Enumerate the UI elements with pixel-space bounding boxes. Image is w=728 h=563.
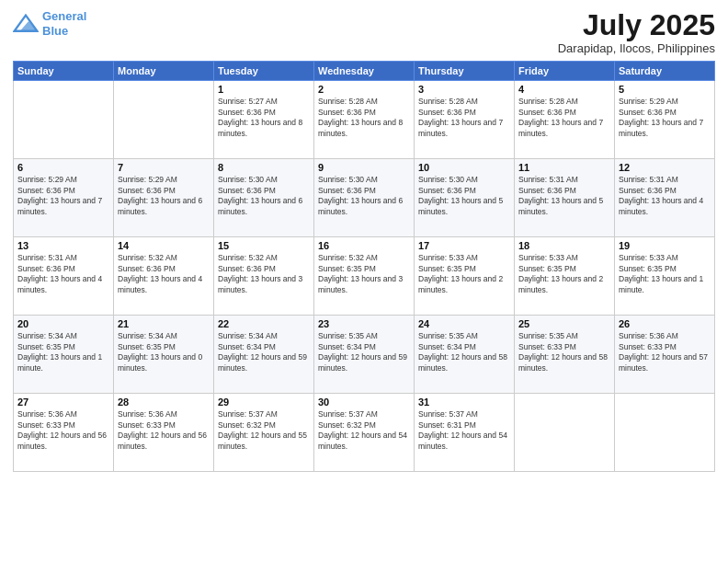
cell-day-number: 30	[318, 396, 410, 408]
calendar-cell: 21Sunrise: 5:34 AM Sunset: 6:35 PM Dayli…	[114, 316, 214, 394]
logo: General Blue	[13, 9, 86, 38]
weekday-header-sunday: Sunday	[14, 62, 114, 81]
calendar-cell: 1Sunrise: 5:27 AM Sunset: 6:36 PM Daylig…	[214, 81, 314, 159]
cell-day-number: 9	[318, 162, 410, 173]
cell-day-number: 4	[518, 84, 610, 95]
cell-info: Sunrise: 5:33 AM Sunset: 6:35 PM Dayligh…	[619, 253, 711, 295]
weekday-header-friday: Friday	[515, 62, 615, 81]
calendar-cell: 10Sunrise: 5:30 AM Sunset: 6:36 PM Dayli…	[415, 159, 515, 237]
calendar-cell: 5Sunrise: 5:29 AM Sunset: 6:36 PM Daylig…	[615, 81, 715, 159]
header: General Blue July 2025 Darapidap, Ilocos…	[13, 9, 715, 55]
cell-info: Sunrise: 5:29 AM Sunset: 6:36 PM Dayligh…	[118, 175, 210, 217]
weekday-header-saturday: Saturday	[615, 62, 715, 81]
title-block: July 2025 Darapidap, Ilocos, Philippines	[558, 9, 715, 55]
cell-info: Sunrise: 5:30 AM Sunset: 6:36 PM Dayligh…	[418, 175, 510, 217]
cell-day-number: 27	[17, 396, 109, 408]
cell-info: Sunrise: 5:30 AM Sunset: 6:36 PM Dayligh…	[218, 175, 310, 217]
cell-info: Sunrise: 5:35 AM Sunset: 6:34 PM Dayligh…	[418, 331, 510, 373]
cell-day-number: 8	[218, 162, 310, 173]
calendar-cell: 29Sunrise: 5:37 AM Sunset: 6:32 PM Dayli…	[214, 394, 314, 472]
calendar-cell: 25Sunrise: 5:35 AM Sunset: 6:33 PM Dayli…	[515, 316, 615, 394]
cell-day-number: 12	[619, 162, 711, 173]
calendar-cell: 2Sunrise: 5:28 AM Sunset: 6:36 PM Daylig…	[314, 81, 415, 159]
calendar-subtitle: Darapidap, Ilocos, Philippines	[558, 41, 715, 55]
calendar-cell: 11Sunrise: 5:31 AM Sunset: 6:36 PM Dayli…	[515, 159, 615, 237]
cell-info: Sunrise: 5:28 AM Sunset: 6:36 PM Dayligh…	[518, 97, 610, 139]
cell-info: Sunrise: 5:33 AM Sunset: 6:35 PM Dayligh…	[418, 253, 510, 295]
calendar-cell	[515, 394, 615, 472]
cell-info: Sunrise: 5:32 AM Sunset: 6:36 PM Dayligh…	[218, 253, 310, 295]
cell-info: Sunrise: 5:34 AM Sunset: 6:35 PM Dayligh…	[17, 331, 109, 373]
calendar-cell: 16Sunrise: 5:32 AM Sunset: 6:35 PM Dayli…	[314, 237, 415, 316]
calendar-cell: 30Sunrise: 5:37 AM Sunset: 6:32 PM Dayli…	[314, 394, 415, 472]
logo-icon	[13, 14, 39, 34]
cell-day-number: 5	[619, 84, 711, 95]
cell-day-number: 31	[418, 396, 510, 408]
cell-info: Sunrise: 5:34 AM Sunset: 6:34 PM Dayligh…	[218, 331, 310, 373]
cell-info: Sunrise: 5:29 AM Sunset: 6:36 PM Dayligh…	[17, 175, 109, 217]
logo-line2: Blue	[42, 24, 68, 38]
cell-info: Sunrise: 5:34 AM Sunset: 6:35 PM Dayligh…	[118, 331, 210, 373]
calendar-cell: 12Sunrise: 5:31 AM Sunset: 6:36 PM Dayli…	[615, 159, 715, 237]
calendar-cell: 4Sunrise: 5:28 AM Sunset: 6:36 PM Daylig…	[515, 81, 615, 159]
cell-day-number: 26	[619, 318, 711, 329]
cell-day-number: 15	[218, 240, 310, 251]
cell-day-number: 29	[218, 396, 310, 408]
cell-info: Sunrise: 5:27 AM Sunset: 6:36 PM Dayligh…	[218, 97, 310, 139]
calendar-cell: 18Sunrise: 5:33 AM Sunset: 6:35 PM Dayli…	[515, 237, 615, 316]
calendar-cell: 13Sunrise: 5:31 AM Sunset: 6:36 PM Dayli…	[14, 237, 114, 316]
calendar-week-3: 13Sunrise: 5:31 AM Sunset: 6:36 PM Dayli…	[14, 237, 715, 316]
cell-day-number: 28	[118, 396, 210, 408]
cell-day-number: 17	[418, 240, 510, 251]
cell-info: Sunrise: 5:36 AM Sunset: 6:33 PM Dayligh…	[17, 409, 109, 452]
weekday-header-thursday: Thursday	[415, 62, 515, 81]
calendar-cell: 3Sunrise: 5:28 AM Sunset: 6:36 PM Daylig…	[415, 81, 515, 159]
cell-day-number: 18	[518, 240, 610, 251]
calendar-cell	[114, 81, 214, 159]
cell-info: Sunrise: 5:37 AM Sunset: 6:32 PM Dayligh…	[218, 409, 310, 452]
calendar-cell: 28Sunrise: 5:36 AM Sunset: 6:33 PM Dayli…	[114, 394, 214, 472]
weekday-header-wednesday: Wednesday	[314, 62, 415, 81]
logo-line1: General	[42, 9, 86, 23]
cell-day-number: 1	[218, 84, 310, 95]
weekday-header-tuesday: Tuesday	[214, 62, 314, 81]
cell-day-number: 2	[318, 84, 410, 95]
calendar-cell: 7Sunrise: 5:29 AM Sunset: 6:36 PM Daylig…	[114, 159, 214, 237]
calendar-cell: 20Sunrise: 5:34 AM Sunset: 6:35 PM Dayli…	[14, 316, 114, 394]
calendar-week-4: 20Sunrise: 5:34 AM Sunset: 6:35 PM Dayli…	[14, 316, 715, 394]
weekday-header-row: SundayMondayTuesdayWednesdayThursdayFrid…	[14, 62, 715, 81]
calendar-cell: 14Sunrise: 5:32 AM Sunset: 6:36 PM Dayli…	[114, 237, 214, 316]
cell-info: Sunrise: 5:31 AM Sunset: 6:36 PM Dayligh…	[17, 253, 109, 295]
calendar-title: July 2025	[558, 9, 715, 41]
cell-info: Sunrise: 5:36 AM Sunset: 6:33 PM Dayligh…	[118, 409, 210, 452]
calendar-cell: 9Sunrise: 5:30 AM Sunset: 6:36 PM Daylig…	[314, 159, 415, 237]
calendar-cell	[615, 394, 715, 472]
cell-info: Sunrise: 5:31 AM Sunset: 6:36 PM Dayligh…	[518, 175, 610, 217]
cell-day-number: 25	[518, 318, 610, 329]
calendar-cell: 27Sunrise: 5:36 AM Sunset: 6:33 PM Dayli…	[14, 394, 114, 472]
cell-info: Sunrise: 5:28 AM Sunset: 6:36 PM Dayligh…	[318, 97, 410, 139]
cell-day-number: 10	[418, 162, 510, 173]
cell-day-number: 16	[318, 240, 410, 251]
calendar-cell: 24Sunrise: 5:35 AM Sunset: 6:34 PM Dayli…	[415, 316, 515, 394]
calendar-cell: 31Sunrise: 5:37 AM Sunset: 6:31 PM Dayli…	[415, 394, 515, 472]
cell-day-number: 13	[17, 240, 109, 251]
cell-info: Sunrise: 5:37 AM Sunset: 6:31 PM Dayligh…	[418, 409, 510, 452]
calendar-cell: 22Sunrise: 5:34 AM Sunset: 6:34 PM Dayli…	[214, 316, 314, 394]
cell-info: Sunrise: 5:36 AM Sunset: 6:33 PM Dayligh…	[619, 331, 711, 373]
calendar-table: SundayMondayTuesdayWednesdayThursdayFrid…	[13, 61, 715, 472]
calendar-week-2: 6Sunrise: 5:29 AM Sunset: 6:36 PM Daylig…	[14, 159, 715, 237]
cell-day-number: 19	[619, 240, 711, 251]
calendar-cell: 17Sunrise: 5:33 AM Sunset: 6:35 PM Dayli…	[415, 237, 515, 316]
cell-day-number: 20	[17, 318, 109, 329]
cell-info: Sunrise: 5:32 AM Sunset: 6:36 PM Dayligh…	[118, 253, 210, 295]
cell-info: Sunrise: 5:33 AM Sunset: 6:35 PM Dayligh…	[518, 253, 610, 295]
calendar-cell: 26Sunrise: 5:36 AM Sunset: 6:33 PM Dayli…	[615, 316, 715, 394]
cell-info: Sunrise: 5:35 AM Sunset: 6:34 PM Dayligh…	[318, 331, 410, 373]
cell-day-number: 21	[118, 318, 210, 329]
weekday-header-monday: Monday	[114, 62, 214, 81]
calendar-cell: 8Sunrise: 5:30 AM Sunset: 6:36 PM Daylig…	[214, 159, 314, 237]
cell-day-number: 14	[118, 240, 210, 251]
logo-text: General Blue	[42, 9, 86, 38]
calendar-cell: 15Sunrise: 5:32 AM Sunset: 6:36 PM Dayli…	[214, 237, 314, 316]
